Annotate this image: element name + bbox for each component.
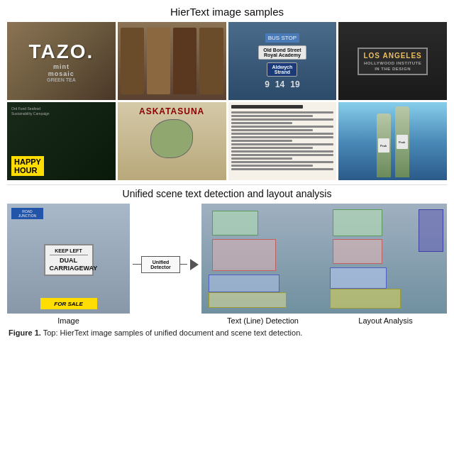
det-box-1: [212, 211, 258, 236]
main-container: HierText image samples TAZO. mint mosaic…: [0, 0, 454, 476]
keep-left-text: KEEP LEFT: [50, 248, 88, 255]
book-1: [121, 28, 144, 94]
layout-box-blue: [330, 267, 387, 289]
doc-line-1: [231, 111, 334, 114]
layout-box-indigo: [419, 209, 443, 252]
bottle-2-label: Peak: [397, 135, 408, 149]
doc-line-15: [231, 161, 334, 163]
for-sale-italic: FOR SALE: [54, 301, 82, 307]
det-box-2: [212, 239, 276, 271]
grid-cell-happyhour: Ord Fund SeafoodSustainability Campaign …: [7, 102, 116, 180]
bottom-img2-container: Text (Line) Detection: [201, 204, 324, 325]
road-junction-sign: ROADJUNCTION: [11, 208, 43, 219]
tazo-mosaic: mosaic: [48, 70, 74, 77]
dual-carriageway-text: DUALCARRIAGEWAY: [50, 257, 88, 272]
top-section: HierText image samples TAZO. mint mosaic…: [7, 6, 447, 180]
grid-cell-tazo: TAZO. mint mosaic GREEN TEA: [7, 22, 116, 100]
tazo-mint: mint: [53, 63, 70, 70]
sign-14: 14: [275, 79, 284, 89]
arrow-line-right: [180, 264, 187, 265]
doc-line-17: [231, 168, 334, 170]
doc-line-2: [231, 115, 314, 117]
layout-box-yellow: [330, 289, 401, 309]
bottom-img-original: ROADJUNCTION KEEP LEFT DUALCARRIAGEWAY F…: [7, 204, 130, 314]
bottle-2: Peak: [395, 106, 409, 177]
image-grid-top: TAZO. mint mosaic GREEN TEA BUS STOP Old…: [7, 22, 447, 180]
grid-cell-losangeles: LOS ANGELES HOLLYWOOD INSTITUTE IN THE D…: [338, 22, 447, 100]
bottom-label-1: Image: [57, 316, 79, 325]
doc-line-16: [231, 165, 314, 167]
det-box-4: [209, 292, 287, 308]
arrow-right-icon: [190, 259, 199, 270]
sign-19: 19: [290, 79, 299, 89]
bottle-1-label: Peak: [378, 138, 389, 153]
bottom-img3-container: Layout Analysis: [324, 204, 447, 325]
book-4: [199, 28, 223, 94]
bottom-label-2: Text (Line) Detection: [227, 316, 299, 325]
doc-line-8: [231, 136, 334, 138]
tazo-green-tea: GREEN TEA: [47, 77, 76, 82]
layout-box-red: [333, 239, 382, 264]
doc-line-12: [231, 150, 334, 153]
unified-detector-box: UnifiedDetector: [141, 256, 180, 273]
doc-line-3: [231, 118, 334, 121]
happy-hour-text: HAPPYHOUR: [11, 156, 44, 176]
doc-line-11: [231, 147, 314, 149]
hh-small-text: Ord Fund SeafoodSustainability Campaign: [11, 106, 50, 116]
aldwych-sign: AldwychStrand: [267, 62, 297, 77]
bottom-img-layout: [324, 204, 447, 314]
bottom-img1-container: ROADJUNCTION KEEP LEFT DUALCARRIAGEWAY F…: [7, 204, 130, 325]
grid-cell-books: [118, 22, 226, 100]
askatasuna-map: [150, 119, 193, 158]
for-sale-sign: FOR SALE: [40, 298, 97, 309]
bottom-images-row: ROADJUNCTION KEEP LEFT DUALCARRIAGEWAY F…: [7, 204, 447, 325]
doc-line-14: [231, 157, 293, 160]
det-box-3: [209, 275, 279, 292]
top-title: HierText image samples: [170, 6, 284, 18]
caption-bold: Figure 1.: [9, 328, 41, 337]
book-2: [147, 28, 170, 94]
doc-line-7: [231, 133, 334, 135]
doc-line-4: [231, 122, 293, 124]
keep-left-sign: KEEP LEFT DUALCARRIAGEWAY: [44, 244, 94, 277]
bus-stop-sign: BUS STOP: [265, 33, 299, 43]
la-sub-text: HOLLYWOOD INSTITUTE: [363, 61, 421, 65]
grid-cell-bottles: Peak Peak: [338, 102, 447, 180]
los-angeles-sign: LOS ANGELES HOLLYWOOD INSTITUTE IN THE D…: [358, 48, 427, 75]
bottom-title: Unified scene text detection and layout …: [7, 188, 447, 199]
grid-cell-signs: BUS STOP Old Bond StreetRoyal Academy Al…: [228, 22, 337, 100]
askatasuna-title: ASKATASUNA: [139, 106, 204, 116]
la-sub-text2: IN THE DESIGN: [363, 67, 421, 71]
bottle-1: Peak: [377, 114, 391, 177]
doc-line-9: [231, 140, 293, 142]
unified-detector-label: UnifiedDetector: [150, 260, 170, 270]
doc-line-6: [231, 129, 314, 131]
old-bond-street-sign: Old Bond StreetRoyal Academy: [258, 45, 306, 60]
doc-line-10: [231, 143, 334, 145]
doc-line-5: [231, 126, 334, 128]
bottom-img-text-detection: [201, 204, 324, 314]
arrow-line-left: [133, 264, 141, 265]
caption: Figure 1. Top: HierText image samples of…: [7, 328, 447, 338]
tazo-text: TAZO.: [28, 40, 94, 63]
grid-cell-document: [228, 102, 337, 180]
doc-line-13: [231, 154, 334, 156]
grid-cell-askatasuna: ASKATASUNA: [118, 102, 226, 180]
book-3: [173, 28, 196, 94]
layout-box-green: [333, 209, 382, 236]
caption-text: Top: HierText image samples of unified d…: [41, 328, 303, 337]
bottom-section: Unified scene text detection and layout …: [7, 184, 447, 325]
arrow-container: UnifiedDetector: [130, 209, 201, 319]
bottom-label-3: Layout Analysis: [358, 316, 412, 325]
sign-9: 9: [265, 79, 270, 89]
doc-title: [231, 105, 303, 109]
